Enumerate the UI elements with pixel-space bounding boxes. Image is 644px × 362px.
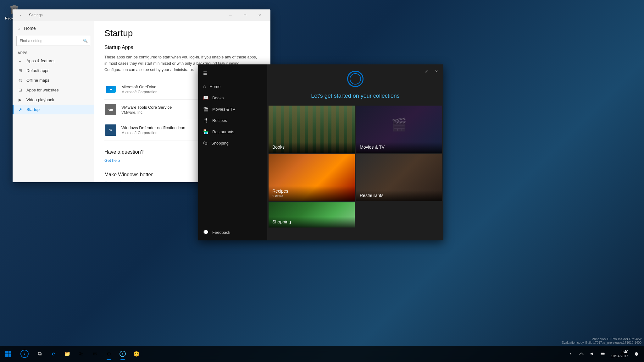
col-sidebar-item-movies[interactable]: 🎬 Movies & TV bbox=[198, 103, 267, 115]
cortana-logo bbox=[347, 71, 364, 87]
svg-rect-9 bbox=[8, 354, 11, 357]
col-sidebar-item-shopping[interactable]: 🛍 Shopping bbox=[198, 137, 267, 149]
clock-date: 10/14/2017 bbox=[611, 354, 628, 358]
col-home-label: Home bbox=[209, 84, 220, 89]
col-shopping-icon: 🛍 bbox=[203, 140, 208, 145]
collections-grid: Books Movies & TV Recipes 2 items bbox=[267, 106, 443, 228]
volume-icon[interactable] bbox=[587, 349, 597, 359]
col-sidebar-item-books[interactable]: 📖 Books bbox=[198, 92, 267, 103]
get-help-link[interactable]: Get help bbox=[104, 158, 120, 163]
settings-taskbar-button[interactable]: ⚙ bbox=[102, 347, 116, 361]
col-sidebar-item-recipes[interactable]: 🍴 Recipes bbox=[198, 115, 267, 126]
col-movies-icon: 🎬 bbox=[203, 107, 208, 112]
home-label: Home bbox=[24, 26, 36, 31]
svg-rect-8 bbox=[5, 354, 8, 357]
settings-icon: ⚙ bbox=[107, 351, 111, 357]
hamburger-icon: ☰ bbox=[203, 71, 207, 76]
offline-maps-icon: ◎ bbox=[18, 78, 23, 83]
desktop: Recycle Bin ‹ Settings ─ □ ✕ bbox=[0, 0, 644, 362]
battery-icon[interactable] bbox=[598, 349, 608, 359]
col-sidebar-item-home[interactable]: ⌂ Home bbox=[198, 81, 267, 92]
sidebar-item-video-playback[interactable]: ▶ Video playback bbox=[13, 95, 94, 105]
col-books-icon: 📖 bbox=[203, 95, 208, 100]
section-title: Startup Apps bbox=[104, 45, 260, 50]
home-icon: ⌂ bbox=[18, 26, 20, 31]
mail-icon: ✉ bbox=[93, 351, 97, 357]
network-icon[interactable] bbox=[576, 349, 586, 359]
card-subtitle-recipes: 2 items bbox=[272, 194, 351, 198]
feedback-sidebar-item[interactable]: 💬 Feedback bbox=[198, 227, 267, 238]
people-button[interactable]: 😊 bbox=[130, 347, 143, 361]
sidebar-item-startup[interactable]: ↗ Startup bbox=[13, 105, 94, 114]
sidebar-item-home[interactable]: ⌂ Home bbox=[13, 23, 94, 33]
minimize-button[interactable]: ─ bbox=[223, 9, 238, 21]
cortana-app-icon: ● bbox=[119, 351, 126, 357]
apps-websites-label: Apps for websites bbox=[26, 88, 59, 92]
collection-card-movies[interactable]: Movies & TV bbox=[356, 106, 442, 153]
cortana-icon: ● bbox=[20, 350, 29, 358]
settings-titlebar: ‹ Settings ─ □ ✕ bbox=[13, 9, 270, 21]
svg-rect-6 bbox=[5, 351, 8, 354]
card-title-shopping: Shopping bbox=[272, 219, 351, 224]
collections-sidebar: ☰ ⌂ Home 📖 Books 🎬 Movies & TV 🍴 Recipes… bbox=[198, 64, 267, 240]
cortana-app-button[interactable]: ● bbox=[116, 347, 130, 361]
feedback-link[interactable]: Give us feedback bbox=[104, 181, 136, 182]
col-home-icon: ⌂ bbox=[203, 84, 206, 89]
feedback-label: Feedback bbox=[212, 230, 230, 235]
col-restaurants-label: Restaurants bbox=[212, 129, 234, 134]
mail-button[interactable]: ✉ bbox=[88, 347, 102, 361]
store-icon: 🛍 bbox=[79, 351, 84, 357]
startup-icon: ↗ bbox=[18, 107, 23, 112]
close-button[interactable]: ✕ bbox=[252, 9, 267, 21]
collection-card-shopping[interactable]: Shopping bbox=[269, 202, 355, 228]
windefender-icon: 🛡 bbox=[105, 124, 116, 136]
default-apps-label: Default apps bbox=[26, 68, 49, 73]
col-movies-label: Movies & TV bbox=[212, 107, 235, 112]
start-button[interactable] bbox=[0, 346, 16, 362]
vmware-icon: vm bbox=[105, 104, 116, 115]
card-title-recipes: Recipes bbox=[272, 189, 351, 194]
win-build-line1: Windows 10 Pro Insider Preview bbox=[562, 337, 641, 341]
offline-maps-label: Offline maps bbox=[26, 78, 49, 83]
cortana-header bbox=[267, 64, 443, 90]
sidebar-item-apps-websites[interactable]: ⊡ Apps for websites bbox=[13, 85, 94, 95]
svg-rect-14 bbox=[636, 355, 637, 356]
edge-icon: e bbox=[52, 351, 55, 357]
apps-section-header: Apps bbox=[13, 48, 94, 56]
taskbar-clock[interactable]: 1:40 10/14/2017 bbox=[608, 350, 631, 358]
col-recipes-icon: 🍴 bbox=[203, 118, 208, 123]
clock-time: 1:40 bbox=[621, 350, 628, 354]
col-books-label: Books bbox=[212, 96, 224, 100]
card-title-books: Books bbox=[272, 145, 351, 150]
search-icon: 🔍 bbox=[83, 39, 88, 43]
notification-button[interactable] bbox=[631, 349, 641, 359]
cortana-search[interactable]: ● bbox=[16, 346, 33, 362]
collection-card-restaurants[interactable]: Restaurants bbox=[356, 154, 442, 201]
sidebar-item-default-apps[interactable]: ⊞ Default apps bbox=[13, 66, 94, 75]
search-input[interactable] bbox=[16, 36, 90, 46]
sidebar-menu-button[interactable]: ☰ bbox=[198, 67, 212, 80]
svg-rect-2 bbox=[13, 5, 16, 7]
col-restaurants-icon: 🏪 bbox=[203, 129, 208, 134]
task-view-button[interactable]: ⧉ bbox=[33, 347, 47, 361]
sidebar-item-apps-features[interactable]: ≡ Apps & features bbox=[13, 56, 94, 66]
svg-rect-13 bbox=[601, 353, 604, 354]
collection-card-books[interactable]: Books bbox=[269, 106, 355, 153]
people-icon: 😊 bbox=[133, 351, 140, 357]
maximize-button[interactable]: □ bbox=[238, 9, 252, 21]
collection-card-recipes[interactable]: Recipes 2 items bbox=[269, 154, 355, 201]
taskbar: ● ⧉ e 📁 🛍 ✉ ⚙ ● 😊 bbox=[0, 346, 644, 362]
chevron-icon[interactable]: ∧ bbox=[566, 349, 576, 359]
store-button[interactable]: 🛍 bbox=[74, 347, 88, 361]
video-playback-icon: ▶ bbox=[18, 97, 23, 102]
card-title-restaurants: Restaurants bbox=[360, 193, 438, 198]
svg-rect-7 bbox=[8, 351, 11, 354]
window-title: Settings bbox=[29, 13, 42, 17]
back-button[interactable]: ‹ bbox=[16, 11, 25, 19]
edge-button[interactable]: e bbox=[47, 347, 60, 361]
sidebar-item-offline-maps[interactable]: ◎ Offline maps bbox=[13, 75, 94, 85]
file-explorer-button[interactable]: 📁 bbox=[60, 347, 74, 361]
feedback-icon: 💬 bbox=[203, 230, 208, 235]
col-shopping-label: Shopping bbox=[211, 141, 229, 145]
col-sidebar-item-restaurants[interactable]: 🏪 Restaurants bbox=[198, 126, 267, 137]
